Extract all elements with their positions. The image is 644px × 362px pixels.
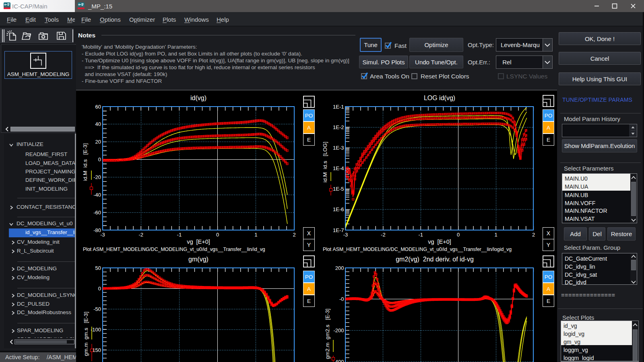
svg-text:1: 1: [494, 232, 497, 238]
svg-text:gm.m gm.s [E-3]: gm.m gm.s [E-3]: [83, 312, 89, 356]
svg-text:0: 0: [98, 286, 101, 292]
svg-text:-20: -20: [93, 174, 101, 180]
svg-text:50: 50: [95, 265, 101, 271]
svg-text:2: 2: [293, 232, 295, 238]
svg-text:40: 40: [95, 121, 101, 127]
svg-text:gm2.m gm2.s [E-3]: gm2.m gm2.s [E-3]: [324, 309, 330, 359]
svg-text:20: 20: [95, 139, 101, 145]
svg-text:vg [E+0]: vg [E+0]: [428, 239, 451, 245]
svg-text:vg [E+0]: vg [E+0]: [187, 239, 210, 245]
svg-text:1E-6: 1E-6: [333, 206, 344, 212]
svg-text:1E-3: 1E-3: [333, 145, 344, 151]
svg-text:Plot ASM_HEMT_MODELING/DC_MODE: Plot ASM_HEMT_MODELING/DC_MODELING_vt_u0…: [83, 247, 265, 252]
svg-text:-1: -1: [419, 232, 423, 238]
svg-text:60: 60: [95, 104, 101, 110]
svg-text:-100: -100: [91, 327, 101, 333]
svg-text:LOG id(vg): LOG id(vg): [424, 95, 455, 101]
svg-text:-400: -400: [333, 359, 344, 362]
svg-text:1: 1: [254, 232, 257, 238]
svg-text:0: 0: [216, 232, 219, 238]
svg-text:0: 0: [98, 156, 101, 162]
svg-text:-0: -0: [339, 296, 344, 302]
svg-text:-80: -80: [93, 227, 101, 233]
svg-text:-3: -3: [343, 232, 348, 238]
svg-text:1E-7: 1E-7: [333, 227, 344, 233]
svg-text:gm2(vg) 2nd deriv. of id-vg: gm2(vg) 2nd deriv. of id-vg: [396, 256, 474, 263]
svg-text:id(vg): id(vg): [190, 95, 206, 101]
svg-text:-200: -200: [333, 327, 344, 333]
svg-text:-40: -40: [93, 192, 101, 198]
svg-text:200: 200: [335, 265, 344, 271]
svg-text:-1: -1: [177, 232, 182, 238]
svg-text:Plot ASM_HEMT_MODELING/DC_MODE: Plot ASM_HEMT_MODELING/DC_MODELING_vt_u0…: [323, 247, 512, 252]
svg-text:-2: -2: [138, 232, 143, 238]
svg-text:0: 0: [457, 232, 460, 238]
svg-text:id.M id.s [LOG]: id.M id.s [LOG]: [322, 142, 328, 182]
svg-text:gm(vg): gm(vg): [188, 256, 208, 263]
svg-text:1E-2: 1E-2: [333, 124, 344, 130]
svg-text:-60: -60: [93, 210, 101, 216]
svg-text:2: 2: [532, 232, 535, 238]
svg-text:1E-1: 1E-1: [333, 104, 344, 110]
svg-text:1E-5: 1E-5: [333, 186, 344, 192]
svg-text:-2: -2: [381, 232, 386, 238]
svg-text:id.M id.s [E-3]: id.M id.s [E-3]: [82, 143, 88, 181]
svg-text:-50: -50: [93, 306, 101, 312]
svg-text:1E-4: 1E-4: [333, 165, 344, 171]
svg-text:-3: -3: [100, 232, 105, 238]
